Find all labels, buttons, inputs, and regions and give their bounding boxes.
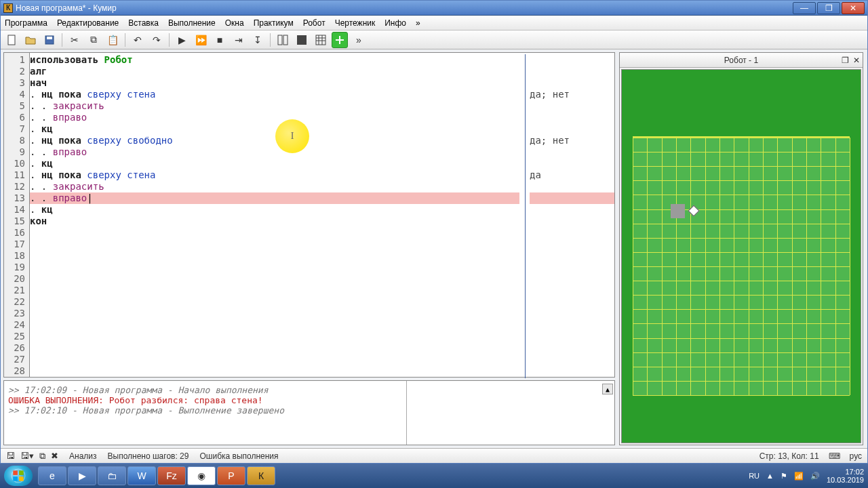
code-line[interactable] xyxy=(30,262,519,273)
task-word[interactable]: W xyxy=(127,466,156,485)
close-button[interactable]: ✕ xyxy=(842,2,865,14)
start-button[interactable] xyxy=(4,466,33,486)
painted-cell xyxy=(671,204,685,218)
save-file-button[interactable] xyxy=(41,32,58,48)
menu-insert[interactable]: Вставка xyxy=(128,18,159,28)
code-line[interactable] xyxy=(30,354,519,365)
task-ie[interactable]: e xyxy=(38,466,66,485)
menu-draftsman[interactable]: Чертежник xyxy=(335,18,376,28)
step-into-button[interactable]: ↧ xyxy=(250,32,266,48)
window-title: Новая программа* - Кумир xyxy=(16,3,117,13)
code-line[interactable]: . . вправо xyxy=(30,112,519,123)
system-tray[interactable]: RU ▲ ⚑ 📶 🔊 17:02 10.03.2019 xyxy=(749,468,864,484)
run-button[interactable]: ▶ xyxy=(174,32,190,48)
task-powerpoint[interactable]: P xyxy=(217,466,245,485)
output-error: ОШИБКА ВЫПОЛНЕНИЯ: Робот разбился: справ… xyxy=(8,395,402,405)
menu-edit[interactable]: Редактирование xyxy=(57,18,119,28)
save-icon[interactable]: 🖫 xyxy=(6,451,15,462)
code-line[interactable]: нач xyxy=(30,77,519,89)
paste-button[interactable]: 📋 xyxy=(104,32,121,48)
robot-field[interactable] xyxy=(621,69,861,443)
tray-lang[interactable]: RU xyxy=(749,472,760,480)
robot-restore-button[interactable]: ❐ xyxy=(842,56,849,65)
robot-title-label: Робот - 1 xyxy=(724,56,758,65)
trace-note xyxy=(530,285,614,296)
tray-clock[interactable]: 17:02 10.03.2019 xyxy=(827,468,864,484)
cancel-icon[interactable]: ✖ xyxy=(51,451,58,462)
code-line[interactable]: кон xyxy=(30,216,519,227)
output-log[interactable]: >> 17:02:09 - Новая программа - Начало в… xyxy=(4,381,407,445)
menu-run[interactable]: Выполнение xyxy=(168,18,216,28)
code-editor[interactable]: 1234567891011121314151617181920212223242… xyxy=(3,52,615,378)
menu-practicum[interactable]: Практикум xyxy=(254,18,294,28)
code-line[interactable]: использовать Робот xyxy=(30,54,519,66)
code-line[interactable]: . нц пока сверху свободно xyxy=(30,135,519,146)
new-file-button[interactable] xyxy=(3,32,20,48)
run-fast-button[interactable]: ⏩ xyxy=(193,32,209,48)
stop-button[interactable]: ■ xyxy=(212,32,228,48)
tray-flag-icon[interactable]: ⚑ xyxy=(781,472,787,481)
titlebar[interactable]: К Новая программа* - Кумир — ❐ ✕ xyxy=(1,1,867,16)
menu-robot[interactable]: Робот xyxy=(303,18,326,28)
step-button[interactable]: ⇥ xyxy=(231,32,247,48)
code-line[interactable]: . . закрасить xyxy=(30,181,519,192)
copy-icon[interactable]: ⧉ xyxy=(39,451,45,462)
layout1-button[interactable] xyxy=(275,32,291,48)
menu-program[interactable]: Программа xyxy=(5,18,47,28)
layout2-button[interactable] xyxy=(294,32,310,48)
task-kumir[interactable]: К xyxy=(247,466,275,485)
code-line[interactable] xyxy=(30,285,519,296)
tray-arrow-icon[interactable]: ▲ xyxy=(766,472,774,480)
code-line[interactable]: . . закрасить xyxy=(30,100,519,112)
code-line[interactable] xyxy=(30,342,519,354)
menu-windows[interactable]: Окна xyxy=(225,18,244,28)
trace-note xyxy=(530,354,614,365)
code-line[interactable] xyxy=(30,365,519,377)
code-line[interactable]: . нц пока сверху стена xyxy=(30,169,519,181)
robot-close-button[interactable]: ✕ xyxy=(853,56,860,65)
maximize-button[interactable]: ❐ xyxy=(817,2,840,14)
task-filezilla[interactable]: Fz xyxy=(157,466,186,485)
scroll-up-icon[interactable]: ▲ xyxy=(602,384,613,394)
tray-volume-icon[interactable]: 🔊 xyxy=(810,472,820,481)
robot-panel-title[interactable]: Робот - 1 ❐ ✕ xyxy=(620,53,863,68)
code-line[interactable] xyxy=(30,331,519,342)
status-keyboard-icon[interactable]: ⌨ xyxy=(829,451,840,461)
windows-taskbar[interactable]: e ▶ 🗀 W Fz ◉ P К RU ▲ ⚑ 📶 🔊 17:02 10.03.… xyxy=(0,464,868,488)
code-line[interactable]: . . вправо| xyxy=(30,192,519,204)
layout3-button[interactable] xyxy=(313,32,329,48)
trace-note xyxy=(530,342,614,354)
cut-button[interactable]: ✂ xyxy=(66,32,83,48)
code-line[interactable] xyxy=(30,308,519,319)
code-line[interactable]: . кц xyxy=(30,204,519,216)
code-line[interactable] xyxy=(30,319,519,331)
code-line[interactable] xyxy=(30,273,519,285)
task-explorer[interactable]: 🗀 xyxy=(98,466,126,485)
save-all-icon[interactable]: 🖫▾ xyxy=(20,451,34,462)
menu-info[interactable]: Инфо xyxy=(384,18,406,28)
code-line[interactable]: алг xyxy=(30,66,519,77)
output-values[interactable]: ▲ xyxy=(407,381,614,445)
menu-more[interactable]: » xyxy=(416,18,420,28)
tray-network-icon[interactable]: 📶 xyxy=(794,472,804,481)
output-pane: >> 17:02:09 - Новая программа - Начало в… xyxy=(3,380,615,445)
code-line[interactable] xyxy=(30,296,519,308)
toolbar-more-button[interactable]: » xyxy=(351,32,367,48)
code-line[interactable] xyxy=(30,239,519,250)
code-line[interactable]: . кц xyxy=(30,123,519,135)
code-line[interactable]: . . вправо xyxy=(30,146,519,158)
code-line[interactable]: . нц пока сверху стена xyxy=(30,89,519,100)
code-line[interactable]: . кц xyxy=(30,158,519,169)
code-line[interactable] xyxy=(30,227,519,239)
open-file-button[interactable] xyxy=(22,32,39,48)
minimize-button[interactable]: — xyxy=(793,2,816,14)
code-body[interactable]: использовать Роботалгнач. нц пока сверху… xyxy=(30,54,519,377)
robot-field-button[interactable] xyxy=(332,32,348,48)
task-media[interactable]: ▶ xyxy=(68,466,96,485)
code-line[interactable] xyxy=(30,250,519,262)
undo-button[interactable]: ↶ xyxy=(130,32,146,48)
task-chrome[interactable]: ◉ xyxy=(187,466,216,485)
redo-button[interactable]: ↷ xyxy=(149,32,165,48)
copy-button[interactable]: ⧉ xyxy=(85,32,102,48)
trace-note xyxy=(530,262,614,273)
